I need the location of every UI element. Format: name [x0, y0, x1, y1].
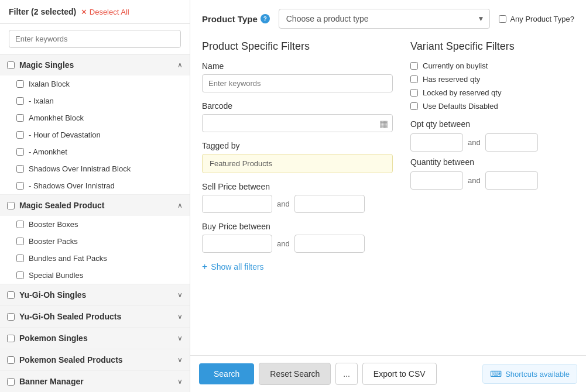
sidebar: Filter (2 selected) ✕ Deselect All Magic… [0, 0, 190, 392]
barcode-label: Barcode [202, 101, 393, 111]
sidebar-group-pokemon-sealed: Pokemon Sealed Products∨ [0, 349, 190, 371]
tagged-by-label: Tagged by [202, 141, 393, 150]
sidebar-item-checkbox-ixalan[interactable] [16, 97, 24, 105]
help-icon[interactable]: ? [261, 14, 270, 23]
sidebar-item-label-bundles-fat-packs: Bundles and Fat Packs [29, 254, 107, 263]
name-input[interactable] [202, 74, 393, 92]
sidebar-item-amonkhet[interactable]: - Amonkhet [0, 143, 190, 160]
sidebar-item-label-shadows-innistrad-block: Shadows Over Innistrad Block [29, 164, 131, 173]
content-area: Product Type ? Choose a product type ▼ A… [190, 0, 586, 392]
product-type-select[interactable]: Choose a product type [279, 9, 491, 29]
sidebar-group-header-banner-manager[interactable]: Banner Manager∨ [0, 371, 190, 392]
variant-checkbox-buylist[interactable] [410, 62, 418, 70]
buy-price-min-input[interactable] [202, 235, 272, 253]
chevron-icon-yugioh-sealed: ∨ [177, 312, 183, 321]
tagged-value[interactable]: Featured Products [202, 154, 393, 173]
sidebar-item-checkbox-special-bundles[interactable] [16, 271, 24, 279]
sidebar-item-amonkhet-block[interactable]: Amonkhet Block [0, 109, 190, 126]
variant-checkbox-item-locked-reserved: Locked by reserved qty [410, 88, 574, 97]
sidebar-group-yugioh-sealed: Yu-Gi-Oh Sealed Products∨ [0, 306, 190, 328]
sidebar-group-label-magic-singles: Magic Singles [19, 60, 177, 70]
sidebar-group-checkbox-pokemon-sealed[interactable] [7, 356, 15, 364]
sidebar-group-checkbox-pokemon-singles[interactable] [7, 335, 15, 342]
variant-checkbox-defaults-disabled[interactable] [410, 102, 418, 110]
keyword-input[interactable] [9, 30, 181, 48]
sidebar-group-checkbox-yugioh-sealed[interactable] [7, 313, 15, 321]
chevron-icon-magic-singles: ∧ [177, 61, 183, 69]
sell-price-min-input[interactable] [202, 195, 272, 213]
sidebar-group-header-yugioh-sealed[interactable]: Yu-Gi-Oh Sealed Products∨ [0, 306, 190, 327]
shortcuts-available[interactable]: ⌨ Shortcuts available [482, 364, 577, 384]
barcode-icon: ▦ [379, 118, 388, 129]
chevron-icon-yugioh-singles: ∨ [177, 291, 183, 299]
sidebar-item-ixalan[interactable]: - Ixalan [0, 92, 190, 109]
variant-checkbox-item-reserved-qty: Has reserved qty [410, 75, 574, 84]
any-product-checkbox[interactable] [499, 15, 506, 23]
chevron-icon-pokemon-singles: ∨ [177, 334, 183, 342]
sidebar-group-label-yugioh-sealed: Yu-Gi-Oh Sealed Products [19, 312, 177, 321]
quantity-max-input[interactable] [485, 171, 538, 190]
reset-search-button[interactable]: Reset Search [259, 363, 331, 385]
quantity-and: and [468, 176, 481, 185]
opt-qty-section: Opt qty between and Quantity between and [410, 119, 574, 190]
barcode-input[interactable] [202, 114, 393, 132]
sidebar-group-checkbox-magic-singles[interactable] [7, 61, 15, 69]
show-all-filters-button[interactable]: + Show all filters [202, 262, 264, 272]
sidebar-item-checkbox-amonkhet[interactable] [16, 148, 24, 156]
sidebar-group-header-yugioh-singles[interactable]: Yu-Gi-Oh Singles∨ [0, 284, 190, 305]
sidebar-item-checkbox-booster-packs[interactable] [16, 238, 24, 245]
sidebar-group-magic-singles: Magic Singles∧Ixalan Block- IxalanAmonkh… [0, 54, 190, 195]
sidebar-item-label-amonkhet: - Amonkhet [29, 147, 67, 156]
opt-qty-label: Opt qty between [410, 119, 574, 129]
sidebar-group-header-pokemon-singles[interactable]: Pokemon Singles∨ [0, 328, 190, 349]
sell-price-label: Sell Price between [202, 182, 393, 191]
sidebar-group-header-magic-sealed[interactable]: Magic Sealed Product∧ [0, 195, 190, 216]
product-type-text: Product Type [202, 14, 258, 24]
keyword-input-wrap [0, 24, 190, 54]
variant-checkboxes: Currently on buylistHas reserved qtyLock… [410, 61, 574, 111]
variant-checkbox-item-buylist: Currently on buylist [410, 61, 574, 70]
any-product-wrap: Any Product Type? [499, 15, 574, 23]
buy-price-label: Buy Price between [202, 222, 393, 231]
sidebar-item-booster-packs[interactable]: Booster Packs [0, 233, 190, 250]
sidebar-item-special-bundles[interactable]: Special Bundles [0, 267, 190, 284]
sidebar-item-checkbox-shadows-innistrad-block[interactable] [16, 165, 24, 173]
sidebar-item-label-ixalan: - Ixalan [29, 97, 54, 105]
sidebar-group-header-pokemon-sealed[interactable]: Pokemon Sealed Products∨ [0, 349, 190, 370]
variant-checkbox-reserved-qty[interactable] [410, 75, 418, 83]
sidebar-item-booster-boxes[interactable]: Booster Boxes [0, 216, 190, 233]
sidebar-group-label-yugioh-singles: Yu-Gi-Oh Singles [19, 290, 177, 300]
more-button[interactable]: ... [335, 363, 358, 385]
sidebar-item-shadows-innistrad-block[interactable]: Shadows Over Innistrad Block [0, 160, 190, 177]
sidebar-item-checkbox-booster-boxes[interactable] [16, 221, 24, 228]
sidebar-item-checkbox-hour-of-devastation[interactable] [16, 131, 24, 139]
sidebar-group-checkbox-banner-manager[interactable] [7, 378, 15, 386]
tagged-by-field: Tagged by Featured Products [202, 141, 393, 173]
barcode-wrap: ▦ [202, 114, 393, 132]
sidebar-group-checkbox-yugioh-singles[interactable] [7, 291, 15, 299]
sidebar-item-checkbox-bundles-fat-packs[interactable] [16, 255, 24, 262]
sidebar-item-checkbox-ixalan-block[interactable] [16, 80, 24, 88]
export-csv-button[interactable]: Export to CSV [362, 363, 437, 385]
sidebar-item-ixalan-block[interactable]: Ixalan Block [0, 75, 190, 92]
sidebar-item-shadows-innistrad[interactable]: - Shadows Over Innistrad [0, 177, 190, 194]
product-type-row: Product Type ? Choose a product type ▼ A… [202, 9, 574, 29]
variant-checkbox-locked-reserved[interactable] [410, 89, 418, 97]
opt-qty-min-input[interactable] [410, 133, 463, 152]
sidebar-item-checkbox-shadows-innistrad[interactable] [16, 182, 24, 190]
opt-qty-and: and [468, 138, 481, 147]
search-button[interactable]: Search [199, 363, 254, 384]
quantity-min-input[interactable] [410, 171, 463, 190]
buy-price-max-input[interactable] [294, 235, 365, 253]
deselect-all-link[interactable]: ✕ Deselect All [81, 8, 129, 16]
sidebar-group-checkbox-magic-sealed[interactable] [7, 202, 15, 209]
sidebar-item-checkbox-amonkhet-block[interactable] [16, 114, 24, 122]
sidebar-item-bundles-fat-packs[interactable]: Bundles and Fat Packs [0, 250, 190, 267]
filter-title: Filter (2 selected) [9, 7, 76, 16]
opt-qty-max-input[interactable] [485, 133, 538, 152]
chevron-icon-pokemon-sealed: ∨ [177, 356, 183, 364]
sidebar-group-header-magic-singles[interactable]: Magic Singles∧ [0, 54, 190, 75]
sell-price-max-input[interactable] [294, 195, 365, 213]
sidebar-item-hour-of-devastation[interactable]: - Hour of Devastation [0, 126, 190, 143]
sidebar-item-label-booster-packs: Booster Packs [29, 237, 78, 246]
